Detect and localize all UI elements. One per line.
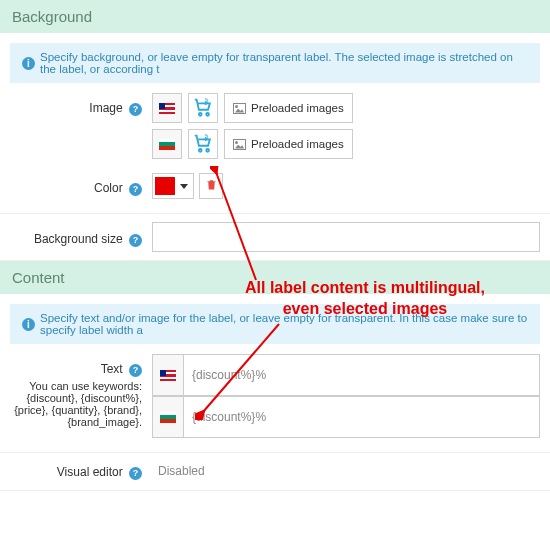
help-icon[interactable]: ?	[129, 364, 142, 377]
section-content-header: Content	[0, 261, 550, 294]
trash-icon	[205, 178, 218, 194]
row-image: Image ? Preloaded images Preloaded image…	[10, 93, 540, 165]
text-lang-bg	[152, 396, 540, 438]
row-color: Color ?	[10, 173, 540, 199]
label-visual-editor: Visual editor ?	[10, 463, 152, 480]
info-icon: i	[22, 318, 35, 331]
row-bgsize: Background size ?	[0, 213, 550, 261]
cart-icon	[192, 96, 214, 121]
label-image: Image ?	[10, 93, 152, 116]
bgsize-input[interactable]	[152, 222, 540, 252]
flag-en-button[interactable]	[152, 354, 184, 396]
image-icon	[233, 103, 246, 114]
svg-point-3	[206, 148, 209, 151]
caret-down-icon	[180, 184, 188, 189]
background-info-banner: i Specify background, or leave empty for…	[10, 43, 540, 83]
color-picker-button[interactable]	[152, 173, 194, 199]
flag-bg-button[interactable]	[152, 129, 182, 159]
info-icon: i	[22, 57, 35, 70]
help-icon[interactable]: ?	[129, 103, 142, 116]
svg-point-1	[206, 112, 209, 115]
label-bgsize: Background size ?	[10, 227, 152, 247]
text-input-bg[interactable]	[184, 396, 540, 438]
flag-en-icon	[160, 370, 176, 381]
image-icon	[233, 139, 246, 150]
background-info-text: Specify background, or leave empty for t…	[40, 51, 528, 75]
flag-bg-icon	[159, 139, 175, 150]
row-visual-editor: Visual editor ? Disabled	[0, 452, 550, 491]
image-lang-en: Preloaded images	[152, 93, 540, 123]
label-color: Color ?	[10, 173, 152, 196]
row-text: Text ? You can use keywords: {discount},…	[10, 354, 540, 438]
cart-bg-button[interactable]	[188, 129, 218, 159]
content-info-text: Specify text and/or image for the label,…	[40, 312, 528, 336]
help-icon[interactable]: ?	[129, 467, 142, 480]
preloaded-images-bg-button[interactable]: Preloaded images	[224, 129, 353, 159]
flag-bg-icon	[160, 412, 176, 423]
cart-icon	[192, 132, 214, 157]
svg-point-0	[199, 112, 202, 115]
content-info-banner: i Specify text and/or image for the labe…	[10, 304, 540, 344]
image-lang-bg: Preloaded images	[152, 129, 540, 159]
color-swatch	[155, 177, 175, 195]
keywords-hint: You can use keywords: {discount}, {disco…	[10, 380, 142, 428]
preloaded-images-en-button[interactable]: Preloaded images	[224, 93, 353, 123]
cart-en-button[interactable]	[188, 93, 218, 123]
flag-en-button[interactable]	[152, 93, 182, 123]
svg-point-2	[199, 148, 202, 151]
help-icon[interactable]: ?	[129, 234, 142, 247]
flag-bg-button[interactable]	[152, 396, 184, 438]
section-background-header: Background	[0, 0, 550, 33]
help-icon[interactable]: ?	[129, 183, 142, 196]
text-input-en[interactable]	[184, 354, 540, 396]
color-clear-button[interactable]	[199, 173, 223, 199]
label-text: Text ? You can use keywords: {discount},…	[10, 354, 152, 428]
visual-editor-value: Disabled	[152, 464, 205, 478]
text-lang-en	[152, 354, 540, 396]
flag-en-icon	[159, 103, 175, 114]
